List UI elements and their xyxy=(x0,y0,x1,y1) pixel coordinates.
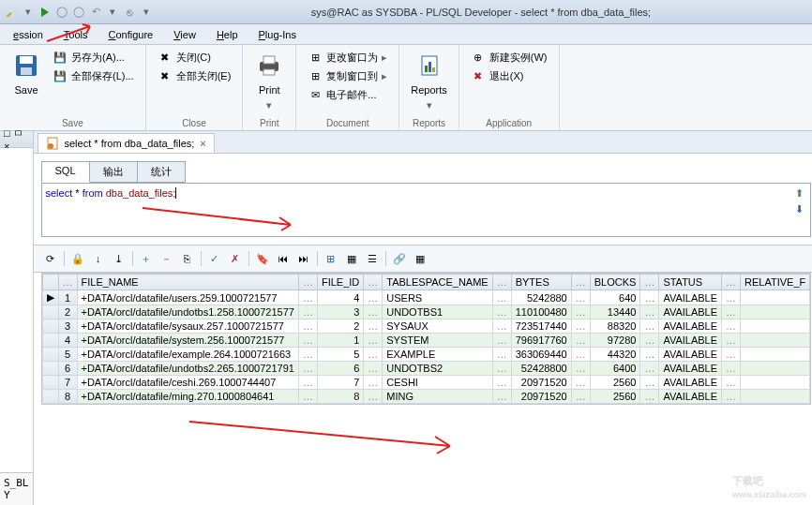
cell[interactable]: … xyxy=(364,348,383,362)
cell[interactable]: +DATA/orcl/datafile/sysaux.257.100072157… xyxy=(77,319,298,334)
last-icon[interactable]: ⏭ xyxy=(294,249,313,268)
menu-view[interactable]: View xyxy=(164,27,205,42)
undo-icon[interactable]: ↶ xyxy=(88,5,103,20)
cell[interactable]: 4 xyxy=(58,334,77,348)
collapse-up-icon[interactable]: ⬆ xyxy=(795,187,804,200)
refresh-icon[interactable]: ⟳ xyxy=(41,249,60,268)
stop-icon[interactable]: ◯ xyxy=(54,5,69,20)
collapse-down-icon[interactable]: ⬇ xyxy=(795,203,804,215)
cell[interactable] xyxy=(741,305,810,319)
cell[interactable]: … xyxy=(571,305,590,319)
cell[interactable]: … xyxy=(640,319,659,334)
dropdown3-icon[interactable]: ▾ xyxy=(139,5,154,20)
col-status[interactable]: STATUS xyxy=(659,275,722,290)
col-ellipsis[interactable]: … xyxy=(492,275,511,290)
email-button[interactable]: ✉电子邮件... xyxy=(304,86,391,103)
cell[interactable]: EXAMPLE xyxy=(383,348,492,362)
cell[interactable]: +DATA/orcl/datafile/users.259.1000721577 xyxy=(77,290,298,305)
cell[interactable]: … xyxy=(492,305,511,319)
cell[interactable]: … xyxy=(640,334,659,348)
cell[interactable]: 1 xyxy=(317,334,363,348)
close-button[interactable]: ✖关闭(C) xyxy=(154,49,235,66)
cell[interactable]: 44320 xyxy=(590,348,640,362)
cell[interactable]: … xyxy=(722,376,741,390)
cell[interactable]: … xyxy=(364,319,383,334)
cell[interactable]: 52428800 xyxy=(511,362,571,376)
export-icon[interactable]: ▦ xyxy=(342,249,361,268)
cell[interactable]: 1 xyxy=(58,290,77,305)
cell[interactable]: 796917760 xyxy=(511,334,571,348)
settings-icon[interactable]: ⎋ xyxy=(122,5,137,20)
cell[interactable]: … xyxy=(722,362,741,376)
cell[interactable] xyxy=(741,376,810,390)
table-row[interactable]: 3+DATA/orcl/datafile/sysaux.257.10007215… xyxy=(42,319,810,334)
close-tab-icon[interactable]: × xyxy=(200,138,205,149)
cell[interactable]: … xyxy=(492,376,511,390)
col-blocks[interactable]: BLOCKS xyxy=(590,275,640,290)
cell[interactable]: 110100480 xyxy=(511,305,571,319)
cell[interactable]: … xyxy=(492,319,511,334)
cell[interactable]: AVAILABLE xyxy=(659,362,722,376)
cell[interactable]: 5242880 xyxy=(511,290,571,305)
col-ellipsis[interactable]: … xyxy=(58,275,77,290)
cell[interactable]: 3 xyxy=(58,319,77,334)
cell[interactable]: 723517440 xyxy=(511,319,571,334)
cell[interactable] xyxy=(741,362,810,376)
cell[interactable]: … xyxy=(722,334,741,348)
tab-output[interactable]: 输出 xyxy=(89,161,138,183)
col-ellipsis[interactable]: … xyxy=(364,275,383,290)
cell[interactable]: … xyxy=(298,362,317,376)
cell[interactable]: AVAILABLE xyxy=(659,319,722,334)
cell[interactable]: … xyxy=(722,305,741,319)
table-row[interactable]: ▶1+DATA/orcl/datafile/users.259.10007215… xyxy=(42,290,810,305)
cell[interactable]: AVAILABLE xyxy=(659,334,722,348)
cell[interactable]: … xyxy=(571,390,590,404)
cell[interactable]: 6400 xyxy=(590,362,640,376)
cell[interactable]: … xyxy=(640,348,659,362)
cell[interactable]: 363069440 xyxy=(511,348,571,362)
duplicate-row-icon[interactable]: ⎘ xyxy=(178,249,197,268)
cell[interactable]: UNDOTBS2 xyxy=(383,362,492,376)
cell[interactable]: SYSTEM xyxy=(383,334,492,348)
cell[interactable]: MING xyxy=(383,390,492,404)
fetch-next-icon[interactable]: ↓ xyxy=(89,249,108,268)
bookmark-icon[interactable]: 🔖 xyxy=(253,249,272,268)
cell[interactable] xyxy=(42,390,58,404)
col-ellipsis[interactable]: … xyxy=(640,275,659,290)
cell[interactable]: … xyxy=(571,362,590,376)
cell[interactable]: ▶ xyxy=(42,290,58,305)
table-row[interactable]: 5+DATA/orcl/datafile/example.264.1000721… xyxy=(42,348,810,362)
cell[interactable]: AVAILABLE xyxy=(659,376,722,390)
cell[interactable]: 97280 xyxy=(590,334,640,348)
cell[interactable]: AVAILABLE xyxy=(659,305,722,319)
cell[interactable]: AVAILABLE xyxy=(659,290,722,305)
col-file_name[interactable]: FILE_NAME xyxy=(77,275,298,290)
query-builder-icon[interactable]: ⊞ xyxy=(322,249,340,268)
cell[interactable] xyxy=(741,334,810,348)
menu-configure[interactable]: Configure xyxy=(99,27,163,42)
cell[interactable] xyxy=(42,348,58,362)
rename-window-button[interactable]: ⊞更改窗口为 ▸ xyxy=(304,49,391,66)
cell[interactable]: UNDOTBS1 xyxy=(383,305,492,319)
run-icon[interactable] xyxy=(38,5,53,20)
cell[interactable]: CESHI xyxy=(383,376,492,390)
cell[interactable]: … xyxy=(492,290,511,305)
close-all-button[interactable]: ✖全部关闭(E) xyxy=(154,67,235,84)
cell[interactable]: 13440 xyxy=(590,305,640,319)
table-row[interactable]: 2+DATA/orcl/datafile/undotbs1.258.100072… xyxy=(42,305,810,319)
cell[interactable]: … xyxy=(722,390,741,404)
cell[interactable]: 3 xyxy=(317,305,363,319)
cell[interactable]: … xyxy=(571,334,590,348)
cell[interactable]: … xyxy=(298,376,317,390)
cell[interactable]: … xyxy=(640,376,659,390)
cell[interactable]: … xyxy=(298,390,317,404)
sql-editor[interactable]: select * from dba_data_files; ⬆ ⬇ xyxy=(41,183,812,237)
cell[interactable]: … xyxy=(364,290,383,305)
save-button[interactable]: Save xyxy=(8,49,45,97)
cell[interactable] xyxy=(42,305,58,319)
cell[interactable]: … xyxy=(492,348,511,362)
cell[interactable]: … xyxy=(492,390,511,404)
cell[interactable]: 2 xyxy=(58,305,77,319)
post-icon[interactable]: ✓ xyxy=(205,249,224,268)
cell[interactable]: … xyxy=(571,290,590,305)
